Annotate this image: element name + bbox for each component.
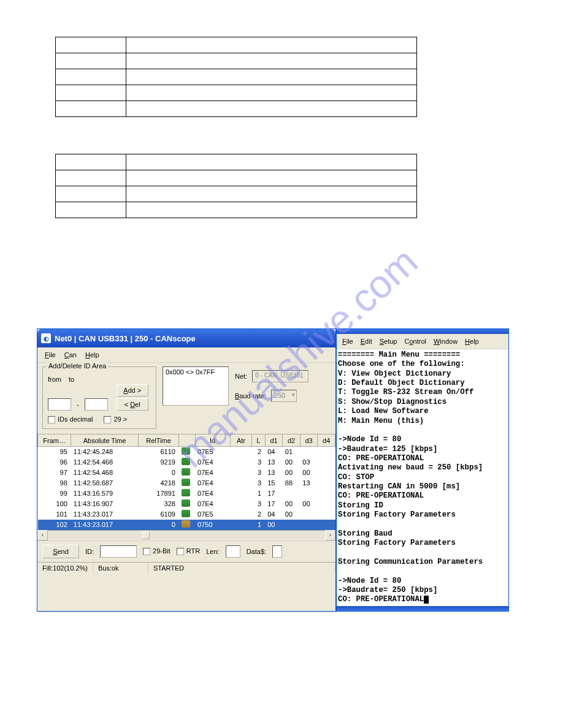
grid-header[interactable]: L [252, 434, 265, 447]
grid-cell: 11:42:54.468 [71, 457, 138, 468]
term-menu-window[interactable]: Window [431, 336, 461, 346]
grid-cell: 96 [38, 457, 71, 468]
grid-header[interactable]: Atr [230, 434, 252, 447]
grid-cell: 3 [252, 478, 265, 488]
grid-cell [300, 447, 318, 457]
grid-cell: 3 [252, 499, 265, 509]
grid-cell: 07E4 [195, 488, 230, 499]
term-titlebar-strip[interactable] [337, 329, 508, 334]
scroll-thumb[interactable] [142, 531, 150, 539]
grid-header[interactable]: Absolute Time [71, 434, 138, 447]
add-button[interactable]: Add > [117, 384, 148, 396]
grid-cell: 13 [265, 457, 283, 468]
label-to: to [69, 376, 74, 383]
grid-header[interactable]: Id [195, 434, 230, 447]
grid-cell [230, 447, 252, 457]
net-label: Net: [235, 373, 247, 380]
table-row[interactable]: 9911:43:16.5791789107E4117 [38, 488, 335, 499]
grid-cell: 07E5 [195, 447, 230, 457]
table-row[interactable]: 9611:42:54.468921907E43130003 [38, 457, 335, 468]
id-input[interactable] [100, 545, 137, 558]
grid-cell: 1 [252, 520, 265, 530]
doc-cell [56, 170, 126, 186]
label-from: from [48, 376, 61, 383]
status-bar: Fill:102(10.2%) Bus:ok STARTED [37, 562, 335, 574]
menu-file[interactable]: File [41, 350, 59, 360]
grid-header[interactable]: d3 [300, 434, 318, 447]
grid-header[interactable]: d4 [318, 434, 335, 447]
doc-cell [56, 85, 126, 101]
grid-cell: 11:42:54.468 [71, 468, 138, 478]
grid-cell: 00 [283, 509, 301, 520]
grid-cell: 9219 [138, 457, 179, 468]
grid-cell [300, 509, 318, 520]
grid-cell: 07E4 [195, 457, 230, 468]
chk-rtr[interactable]: RTR [177, 547, 200, 555]
message-grid[interactable]: Fram…Absolute TimeRelTimeIdAtrLd1d2d3d4 … [37, 434, 335, 530]
term-menu-help[interactable]: Help [462, 336, 482, 346]
doc-cell [56, 186, 126, 202]
grid-header[interactable] [179, 434, 195, 447]
grid-cell: 03 [300, 457, 318, 468]
grid-cell: 101 [38, 509, 71, 520]
grid-cell [283, 488, 301, 499]
grid-cell: 98 [38, 478, 71, 488]
baud-select[interactable]: 250 [271, 390, 297, 402]
table-row[interactable]: 10011:43:16.90732807E43170000 [38, 499, 335, 509]
grid-cell: 3 [252, 468, 265, 478]
direction-icon [182, 479, 190, 486]
to-input[interactable] [85, 398, 108, 411]
send-button[interactable]: Send [42, 545, 79, 558]
status-bus: Bus:ok [93, 563, 148, 574]
grid-cell [179, 457, 195, 468]
direction-icon [182, 468, 190, 476]
term-menu-file[interactable]: File [339, 336, 356, 346]
doc-cell [56, 37, 126, 53]
grid-header[interactable]: d2 [283, 434, 301, 447]
menu-help[interactable]: Help [82, 350, 103, 360]
del-button[interactable]: < Del [117, 398, 148, 411]
table-row[interactable]: 10211:43:23.01700750100 [38, 520, 335, 530]
data-input[interactable] [272, 545, 282, 558]
table-row[interactable]: 9711:42:54.468007E43130000 [38, 468, 335, 478]
table-row[interactable]: 9511:42:45.248611007E520401 [38, 447, 335, 457]
grid-cell: 0750 [195, 520, 230, 530]
grid-cell: 11:42:58.687 [71, 478, 138, 488]
grid-cell [230, 468, 252, 478]
table-row[interactable]: 9811:42:58.687421807E43158813 [38, 478, 335, 488]
id-area-legend: Add/Delete ID Area [47, 362, 108, 370]
grid-cell [230, 499, 252, 509]
status-state: STARTED [148, 563, 335, 574]
chk-ids-decimal[interactable]: IDs decimal [48, 415, 93, 423]
grid-cell: 0 [138, 520, 179, 530]
chk-29[interactable]: 29 > [104, 415, 127, 423]
grid-cell [283, 520, 301, 530]
scroll-right-icon[interactable]: › [325, 530, 335, 540]
grid-cell [179, 499, 195, 509]
range-list[interactable]: 0x000 <> 0x7FF [163, 366, 229, 406]
canscope-title: Net0 | CAN USB331 | 250 - CANscope [55, 334, 196, 343]
h-scrollbar[interactable]: ‹ › [37, 530, 335, 540]
len-input[interactable] [226, 545, 240, 558]
table-row[interactable]: 10111:43:23.017610907E520400 [38, 509, 335, 520]
term-menu-edit[interactable]: Edit [358, 336, 375, 346]
grid-header[interactable]: d1 [265, 434, 283, 447]
term-menubar[interactable]: File Edit Setup Control Window Help [337, 334, 508, 349]
id-area-group: Add/Delete ID Area from to - Add > < Del [42, 366, 156, 429]
grid-header[interactable]: Fram… [38, 434, 71, 447]
menu-can[interactable]: Can [61, 350, 80, 360]
canscope-titlebar[interactable]: ◐ Net0 | CAN USB331 | 250 - CANscope [37, 329, 335, 347]
grid-cell: 01 [283, 447, 301, 457]
grid-cell: 100 [38, 499, 71, 509]
grid-cell [230, 509, 252, 520]
send-bar: Send ID: 29-Bit RTR Len: Data$: [37, 540, 335, 562]
term-menu-control[interactable]: Control [401, 336, 429, 346]
scroll-left-icon[interactable]: ‹ [37, 530, 48, 540]
from-input[interactable] [48, 398, 71, 411]
grid-header[interactable]: RelTime [138, 434, 179, 447]
grid-cell [318, 509, 335, 520]
direction-icon [182, 458, 190, 465]
term-menu-setup[interactable]: Setup [377, 336, 400, 346]
chk-29bit[interactable]: 29-Bit [143, 547, 170, 555]
canscope-menubar[interactable]: File Can Help [37, 347, 335, 363]
